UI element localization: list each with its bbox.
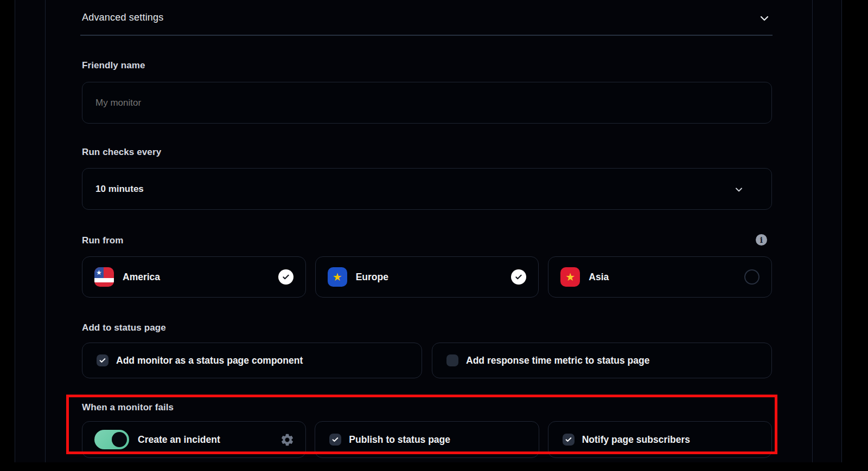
panel-edge-line	[15, 0, 15, 462]
checkbox-checked-icon[interactable]	[563, 434, 575, 446]
option-label: Add monitor as a status page component	[116, 355, 303, 366]
chevron-down-icon[interactable]	[758, 12, 771, 25]
toggle-knob	[112, 432, 127, 447]
region-card-europe[interactable]: ★ Europe	[315, 256, 539, 298]
region-name: America	[123, 272, 160, 283]
add-to-status-page-label: Add to status page	[82, 322, 166, 333]
flag-star: ★	[96, 269, 102, 276]
option-label: Add response time metric to status page	[466, 355, 649, 366]
flag-star: ★	[565, 272, 575, 282]
option-label: Notify page subscribers	[582, 434, 690, 446]
status-page-options: Add monitor as a status page component A…	[82, 343, 772, 378]
region-unselected-circle	[744, 269, 760, 285]
option-notify-page-subscribers[interactable]: Notify page subscribers	[548, 421, 772, 458]
region-selected-check-icon	[511, 269, 526, 285]
region-list: ★ America ★ Europe ★ Asia	[82, 256, 772, 298]
option-create-incident[interactable]: Create an incident	[82, 421, 306, 458]
friendly-name-label: Friendly name	[82, 60, 145, 71]
chevron-down-icon	[733, 184, 744, 195]
option-publish-to-status-page[interactable]: Publish to status page	[315, 421, 539, 458]
option-label: Create an incident	[138, 434, 220, 446]
panel-edge-line	[45, 0, 46, 462]
advanced-settings-header[interactable]: Advanced settings	[82, 12, 772, 26]
region-selected-check-icon	[278, 269, 293, 285]
panel-edge-line	[812, 0, 813, 462]
check-frequency-value: 10 minutes	[95, 184, 144, 195]
gear-icon[interactable]	[280, 433, 295, 447]
europe-flag-icon: ★	[328, 267, 347, 287]
page: Advanced settings Friendly name Run chec…	[0, 0, 868, 471]
option-add-monitor-component[interactable]: Add monitor as a status page component	[82, 343, 422, 378]
run-from-label: Run from	[82, 235, 123, 246]
asia-flag-icon: ★	[560, 267, 580, 287]
region-name: Europe	[356, 272, 388, 283]
when-monitor-fails-label: When a monitor fails	[82, 402, 174, 413]
option-add-response-time-metric[interactable]: Add response time metric to status page	[432, 343, 772, 378]
friendly-name-input[interactable]	[95, 98, 758, 108]
panel-edge-line	[841, 0, 842, 462]
flag-star: ★	[333, 272, 342, 282]
checkbox-unchecked-icon[interactable]	[446, 354, 458, 366]
create-incident-toggle[interactable]	[94, 430, 129, 449]
checkbox-checked-icon[interactable]	[97, 354, 108, 366]
america-flag-icon: ★	[94, 267, 114, 287]
region-name: Asia	[589, 272, 609, 283]
section-divider	[80, 35, 773, 36]
friendly-name-field-wrap	[82, 82, 772, 124]
run-checks-label: Run checks every	[82, 147, 161, 158]
advanced-settings-title: Advanced settings	[82, 12, 164, 23]
check-frequency-select[interactable]: 10 minutes	[82, 168, 772, 210]
info-icon[interactable]: i	[756, 234, 767, 246]
region-card-asia[interactable]: ★ Asia	[548, 256, 772, 298]
monitor-fails-options: Create an incident Publish to status pag…	[82, 421, 772, 458]
region-card-america[interactable]: ★ America	[82, 256, 306, 298]
checkbox-checked-icon[interactable]	[329, 434, 341, 446]
option-label: Publish to status page	[349, 434, 450, 446]
